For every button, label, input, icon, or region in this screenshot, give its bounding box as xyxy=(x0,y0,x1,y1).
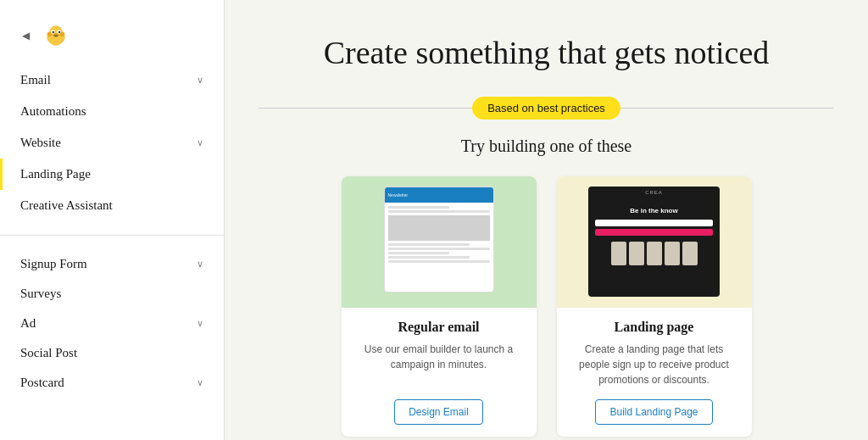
divider: Based on best practices xyxy=(259,97,834,120)
collapse-sidebar-button[interactable]: ◀ xyxy=(17,27,34,44)
try-building-text: Try building one of these xyxy=(461,136,632,156)
landing-card-description: Create a landing page that lets people s… xyxy=(570,342,738,387)
sidebar-item-creative-assistant[interactable]: Creative Assistant xyxy=(0,190,224,221)
chevron-down-icon: ∨ xyxy=(197,259,203,270)
sidebar-item-website[interactable]: Website ∨ xyxy=(0,127,224,159)
email-card-description: Use our email builder to launch a campai… xyxy=(355,342,523,387)
chevron-down-icon: ∨ xyxy=(197,377,203,388)
landing-mockup: CREA Be in the know xyxy=(588,187,720,297)
regular-email-card: Newsletter xyxy=(342,176,537,437)
build-landing-page-button[interactable]: Build Landing Page xyxy=(595,399,712,425)
email-card-title: Regular email xyxy=(398,320,479,335)
email-card-body: Regular email Use our email builder to l… xyxy=(342,308,537,437)
sidebar-item-signup-form[interactable]: Signup Form ∨ xyxy=(0,249,224,279)
design-email-button[interactable]: Design Email xyxy=(394,399,483,425)
sidebar-item-automations[interactable]: Automations xyxy=(0,96,224,127)
landing-page-card: CREA Be in the know Landing page Create … xyxy=(557,176,752,437)
sidebar-item-ad[interactable]: Ad ∨ xyxy=(0,309,224,338)
svg-point-7 xyxy=(58,31,60,33)
landing-card-title: Landing page xyxy=(615,320,694,335)
chevron-down-icon: ∨ xyxy=(197,137,203,148)
sidebar-item-email[interactable]: Email ∨ xyxy=(0,64,224,96)
landing-card-image: CREA Be in the know xyxy=(557,176,752,308)
main-content: Create something that gets noticed Based… xyxy=(225,0,868,440)
hero-title: Create something that gets noticed xyxy=(324,34,770,73)
sidebar-item-surveys[interactable]: Surveys xyxy=(0,279,224,309)
sidebar-header: ◀ xyxy=(0,14,224,64)
sidebar: ◀ Email ∨ Automations Website ∨ xyxy=(0,0,225,440)
email-mockup: Newsletter xyxy=(384,187,494,297)
chevron-down-icon: ∨ xyxy=(197,318,203,329)
secondary-nav: Signup Form ∨ Surveys Ad ∨ Social Post P… xyxy=(0,236,224,411)
sidebar-item-postcard[interactable]: Postcard ∨ xyxy=(0,368,224,398)
cards-container: Newsletter xyxy=(259,176,834,437)
mailchimp-logo xyxy=(41,20,71,51)
landing-card-body: Landing page Create a landing page that … xyxy=(557,308,752,437)
primary-nav: Email ∨ Automations Website ∨ Landing Pa… xyxy=(0,64,224,236)
svg-point-6 xyxy=(53,31,54,33)
sidebar-item-social-post[interactable]: Social Post xyxy=(0,338,224,368)
sidebar-item-landing-page[interactable]: Landing Page xyxy=(0,159,224,190)
chevron-down-icon: ∨ xyxy=(197,75,203,86)
best-practices-badge: Based on best practices xyxy=(472,97,620,120)
svg-point-9 xyxy=(51,38,62,46)
email-card-image: Newsletter xyxy=(342,176,537,308)
